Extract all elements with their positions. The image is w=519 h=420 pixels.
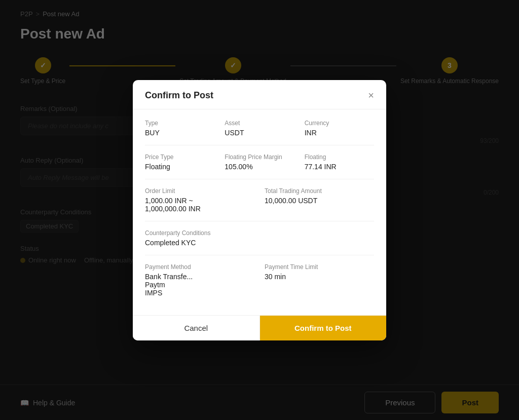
- payment-time-limit-label: Payment Time Limit: [265, 263, 374, 271]
- divider-3: [145, 221, 374, 221]
- info-row-1: Type BUY Asset USDT Currency INR: [145, 120, 374, 137]
- floating-margin-label: Floating Price Margin: [225, 154, 294, 161]
- divider-1: [145, 145, 374, 145]
- confirm-modal: Confirm to Post × Type BUY Asset USDT Cu…: [133, 80, 386, 340]
- counterparty-conditions-value: Completed KYC: [145, 239, 374, 247]
- modal-close-button[interactable]: ×: [368, 90, 374, 100]
- modal-footer: Cancel Confirm to Post: [133, 315, 386, 340]
- modal-title: Confirm to Post: [145, 90, 213, 101]
- order-limit-value: 1,000.00 INR ~1,000,000.00 INR: [145, 197, 254, 213]
- asset-label: Asset: [225, 120, 294, 127]
- total-trading-field: Total Trading Amount 10,000.00 USDT: [265, 187, 374, 213]
- price-type-label: Price Type: [145, 154, 214, 161]
- price-type-value: Floating: [145, 163, 214, 171]
- info-row-5: Payment Method Bank Transfe... Paytm IMP…: [145, 263, 374, 297]
- info-row-3: Order Limit 1,000.00 INR ~1,000,000.00 I…: [145, 187, 374, 213]
- order-limit-field: Order Limit 1,000.00 INR ~1,000,000.00 I…: [145, 187, 254, 213]
- divider-4: [145, 255, 374, 255]
- type-field: Type BUY: [145, 120, 214, 137]
- payment-method-label: Payment Method: [145, 263, 254, 271]
- currency-label: Currency: [305, 120, 374, 127]
- total-trading-value: 10,000.00 USDT: [265, 197, 374, 205]
- type-value: BUY: [145, 129, 214, 137]
- cancel-button[interactable]: Cancel: [133, 316, 260, 340]
- counterparty-conditions-field: Counterparty Conditions Completed KYC: [145, 230, 374, 247]
- payment-time-limit-field: Payment Time Limit 30 min: [265, 263, 374, 297]
- info-row-4: Counterparty Conditions Completed KYC: [145, 230, 374, 247]
- divider-2: [145, 179, 374, 179]
- modal-body: Type BUY Asset USDT Currency INR Price T…: [133, 109, 386, 315]
- total-trading-label: Total Trading Amount: [265, 187, 374, 195]
- currency-value: INR: [305, 129, 374, 137]
- payment-method-bank: Bank Transfe...: [145, 273, 254, 281]
- confirm-post-button[interactable]: Confirm to Post: [260, 316, 387, 340]
- info-row-2: Price Type Floating Floating Price Margi…: [145, 154, 374, 171]
- floating-value: 77.14 INR: [305, 163, 374, 171]
- type-label: Type: [145, 120, 214, 127]
- floating-margin-field: Floating Price Margin 105.00%: [225, 154, 294, 171]
- asset-field: Asset USDT: [225, 120, 294, 137]
- currency-field: Currency INR: [305, 120, 374, 137]
- modal-overlay: Confirm to Post × Type BUY Asset USDT Cu…: [0, 0, 519, 420]
- price-type-field: Price Type Floating: [145, 154, 214, 171]
- payment-method-imps: IMPS: [145, 289, 254, 297]
- order-limit-label: Order Limit: [145, 187, 254, 195]
- floating-field: Floating 77.14 INR: [305, 154, 374, 171]
- modal-header: Confirm to Post ×: [133, 80, 386, 109]
- floating-margin-value: 105.00%: [225, 163, 294, 171]
- floating-label: Floating: [305, 154, 374, 161]
- asset-value: USDT: [225, 129, 294, 137]
- payment-method-paytm: Paytm: [145, 281, 254, 289]
- payment-method-field: Payment Method Bank Transfe... Paytm IMP…: [145, 263, 254, 297]
- counterparty-conditions-label: Counterparty Conditions: [145, 230, 374, 237]
- payment-time-limit-value: 30 min: [265, 273, 374, 281]
